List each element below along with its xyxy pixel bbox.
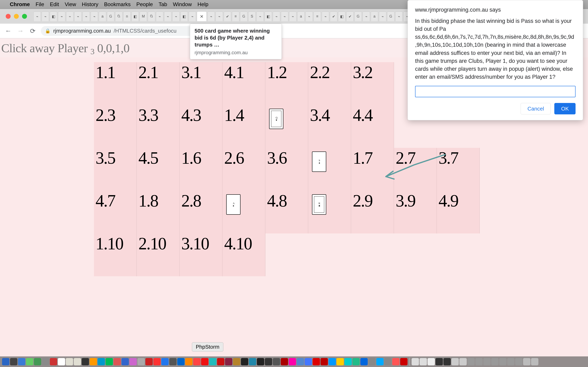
menu-history[interactable]: History <box>82 1 98 8</box>
dock-app-icon[interactable] <box>74 358 81 365</box>
dock-app-icon[interactable] <box>145 358 153 365</box>
browser-tab-active-close[interactable]: × <box>197 11 207 21</box>
card-cell[interactable]: 2.6 <box>223 148 265 191</box>
dock-app-icon[interactable] <box>249 358 256 365</box>
cancel-button[interactable]: Cancel <box>521 103 551 114</box>
dock-app-icon[interactable] <box>121 358 129 365</box>
card-cell[interactable]: 3.7 <box>437 148 480 191</box>
dock-app-icon[interactable] <box>428 358 435 365</box>
browser-tab[interactable]: ✔ <box>346 11 354 21</box>
dialog-input[interactable] <box>415 86 576 97</box>
ok-button[interactable]: OK <box>554 103 576 114</box>
dock-app-icon[interactable] <box>491 358 499 365</box>
browser-tab[interactable]: ⌁ <box>395 11 403 21</box>
dock-app-icon[interactable] <box>368 358 376 365</box>
menu-file[interactable]: File <box>35 1 44 8</box>
dock-phpstorm-icon[interactable] <box>233 358 240 365</box>
card-cell[interactable]: 9♠ <box>308 148 351 191</box>
dock-app-icon[interactable] <box>34 358 41 365</box>
dock-app-icon[interactable] <box>185 358 192 365</box>
dock-app-icon[interactable] <box>265 358 272 365</box>
menu-bookmarks[interactable]: Bookmarks <box>104 1 131 8</box>
card-cell[interactable]: 1.10 <box>94 234 137 276</box>
card-cell[interactable]: 2.2 <box>308 62 351 105</box>
card-cell[interactable]: Q♥ <box>265 105 308 148</box>
dock-app-icon[interactable] <box>10 358 17 365</box>
dock-app-icon[interactable] <box>297 358 304 365</box>
dock-app-icon[interactable] <box>412 358 419 365</box>
browser-tab[interactable]: ≡ <box>314 11 321 21</box>
card-cell[interactable]: 1.4 <box>223 105 265 148</box>
card-cell[interactable]: 2.10 <box>137 234 180 276</box>
dock-app-icon[interactable] <box>392 358 399 365</box>
dock-app-icon[interactable] <box>138 358 145 365</box>
card-cell[interactable]: 4.1 <box>223 62 265 105</box>
browser-tab[interactable]: ≡ <box>232 11 239 21</box>
dock-app-icon[interactable] <box>153 358 161 365</box>
dock-app-icon[interactable] <box>241 358 248 365</box>
address-bar[interactable]: 🔒 rjmprogramming.com.au/HTMLCSS/cards_us… <box>41 26 200 36</box>
browser-tab[interactable]: ⌁ <box>289 11 296 21</box>
dock-app-icon[interactable] <box>98 358 105 365</box>
dock-app-icon[interactable] <box>225 358 232 365</box>
dock-app-icon[interactable] <box>177 358 185 365</box>
browser-tab[interactable]: ⌁ <box>256 11 264 21</box>
forward-button[interactable]: → <box>16 27 25 35</box>
close-window-button[interactable] <box>6 14 11 19</box>
menu-window[interactable]: Window <box>173 1 192 8</box>
browser-tab[interactable]: G <box>107 11 114 21</box>
browser-tab[interactable]: ⌁ <box>273 11 280 21</box>
browser-tab[interactable]: ⌁ <box>91 11 98 21</box>
dock-app-icon[interactable] <box>201 358 208 365</box>
menu-edit[interactable]: Edit <box>50 1 59 8</box>
dock-app-icon[interactable] <box>209 358 216 365</box>
browser-tab[interactable]: ◧ <box>338 11 346 21</box>
card-cell[interactable]: 1.7 <box>351 148 394 191</box>
browser-tab[interactable]: ⌁ <box>172 11 180 21</box>
browser-tab[interactable]: G <box>387 11 394 21</box>
card-cell[interactable]: 4.3 <box>180 105 223 148</box>
dock-app-icon[interactable] <box>312 358 320 365</box>
zoom-window-button[interactable] <box>22 14 27 19</box>
menu-people[interactable]: People <box>136 1 153 8</box>
dock-app-icon[interactable] <box>515 358 522 365</box>
card-cell[interactable]: 3.9 <box>394 191 437 234</box>
dock-app-icon[interactable] <box>459 358 467 365</box>
minimize-window-button[interactable] <box>14 14 19 19</box>
browser-tab[interactable]: n <box>123 11 131 21</box>
browser-tab[interactable]: G <box>355 11 362 21</box>
browser-tab[interactable]: ઉ <box>148 11 155 21</box>
browser-tab[interactable]: a <box>99 11 106 21</box>
dock-app-icon[interactable] <box>42 358 49 365</box>
dock-app-icon[interactable] <box>161 358 169 365</box>
card-cell[interactable]: 3.4 <box>308 105 351 148</box>
browser-tab[interactable]: ◧ <box>181 11 188 21</box>
dock-app-icon[interactable] <box>435 358 443 365</box>
dock-app-icon[interactable] <box>289 358 296 365</box>
dock-app-icon[interactable] <box>90 358 97 365</box>
card-cell[interactable]: 2.1 <box>137 62 180 105</box>
card-cell[interactable]: 1.6 <box>180 148 223 191</box>
browser-tab[interactable]: ⌁ <box>164 11 172 21</box>
dock-app-icon[interactable] <box>130 358 137 365</box>
card-cell[interactable]: A♠ <box>223 191 265 234</box>
dock-app-icon[interactable] <box>281 358 288 365</box>
card-cell[interactable]: 1.1 <box>94 62 137 105</box>
dock-app-icon[interactable] <box>113 358 121 365</box>
playing-card[interactable]: 9♠ <box>312 151 326 172</box>
dock-app-icon[interactable] <box>400 358 407 365</box>
dock-app-icon[interactable] <box>273 358 280 365</box>
browser-tab[interactable]: ઉ <box>115 11 122 21</box>
browser-tab[interactable]: M <box>140 11 147 21</box>
dock-app-icon[interactable] <box>82 358 89 365</box>
menu-tab[interactable]: Tab <box>159 1 167 8</box>
card-cell[interactable]: K♣ <box>308 191 351 234</box>
browser-tab[interactable]: ⌁ <box>82 11 90 21</box>
dock-app-icon[interactable] <box>467 358 475 365</box>
back-button[interactable]: ← <box>4 27 12 35</box>
dock-app-icon[interactable] <box>169 358 177 365</box>
dock-app-icon[interactable] <box>345 358 352 365</box>
dock-app-icon[interactable] <box>376 358 384 365</box>
browser-tab[interactable]: ⌁ <box>281 11 288 21</box>
card-cell[interactable]: 3.2 <box>351 62 394 105</box>
